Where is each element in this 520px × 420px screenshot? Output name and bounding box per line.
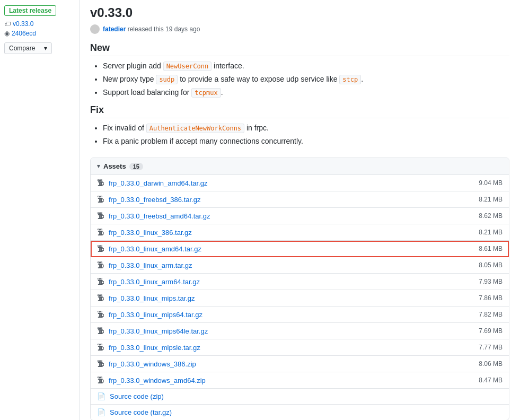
- sidebar-commit[interactable]: ◉ 2406ecd: [4, 30, 75, 37]
- file-icon: 🗜: [97, 294, 104, 302]
- asset-link[interactable]: frp_0.33.0_linux_mips.tar.gz: [109, 294, 479, 302]
- fix-section-heading: Fix: [90, 104, 509, 118]
- asset-size: 7.86 MB: [479, 294, 503, 302]
- inline-code-tcpmux: tcpmux: [191, 88, 221, 98]
- list-item: Server plugin add NewUserConn interface.: [103, 60, 509, 72]
- file-icon: 🗜: [97, 310, 104, 319]
- compare-label: Compare: [9, 45, 35, 52]
- list-item: Fix a panic problem if accept many conne…: [103, 136, 509, 147]
- sidebar-tag[interactable]: 🏷 v0.33.0: [4, 20, 75, 28]
- asset-link[interactable]: frp_0.33.0_linux_mips64le.tar.gz: [109, 327, 479, 335]
- source-code-zip-link[interactable]: Source code (zip): [110, 392, 503, 400]
- list-item: New proxy type sudp to provide a safe wa…: [103, 74, 509, 85]
- inline-code-newuserconn: NewUserConn: [163, 62, 211, 71]
- asset-row: 🗜 frp_0.33.0_linux_mips64le.tar.gz 7.69 …: [91, 323, 509, 339]
- release-meta: fatedier released this 19 days ago: [90, 24, 509, 34]
- sidebar: Latest release 🏷 v0.33.0 ◉ 2406ecd Compa…: [0, 0, 80, 420]
- new-items-list: Server plugin add NewUserConn interface.…: [90, 60, 509, 98]
- compare-button[interactable]: Compare ▾: [4, 42, 52, 54]
- asset-row: 🗜 frp_0.33.0_darwin_amd64.tar.gz 9.04 MB: [91, 175, 509, 191]
- asset-row: 🗜 frp_0.33.0_windows_amd64.zip 8.47 MB: [91, 372, 509, 389]
- asset-size: 8.62 MB: [479, 212, 503, 220]
- assets-section: ▾ Assets 15 🗜 frp_0.33.0_darwin_amd64.ta…: [90, 158, 509, 420]
- asset-size: 9.04 MB: [479, 179, 503, 187]
- asset-link[interactable]: frp_0.33.0_linux_mips64.tar.gz: [109, 311, 479, 319]
- inline-code-stcp: stcp: [339, 75, 361, 84]
- assets-chevron-icon: ▾: [97, 163, 100, 170]
- assets-heading: Assets: [103, 162, 126, 170]
- file-icon: 🗜: [97, 277, 104, 286]
- file-icon: 🗜: [97, 244, 104, 253]
- asset-link[interactable]: frp_0.33.0_linux_arm.tar.gz: [109, 261, 479, 269]
- tag-icon: 🏷: [4, 20, 11, 28]
- file-icon: 🗜: [97, 343, 104, 352]
- file-icon: 🗜: [97, 179, 104, 187]
- asset-row-highlighted: 🗜 frp_0.33.0_linux_amd64.tar.gz 8.61 MB: [91, 241, 509, 257]
- list-item: Support load balancing for tcpmux.: [103, 87, 509, 98]
- list-item: Fix invalid of AuthenticateNewWorkConns …: [103, 122, 509, 134]
- fix-items-list: Fix invalid of AuthenticateNewWorkConns …: [90, 122, 509, 147]
- chevron-down-icon: ▾: [44, 45, 47, 52]
- source-code-icon: 📄: [97, 392, 105, 400]
- avatar: [90, 24, 100, 34]
- assets-header[interactable]: ▾ Assets 15: [91, 158, 509, 175]
- file-icon: 🗜: [97, 360, 104, 368]
- source-code-targz-link[interactable]: Source code (tar.gz): [110, 408, 503, 416]
- asset-link[interactable]: frp_0.33.0_windows_amd64.zip: [109, 377, 479, 384]
- asset-size: 7.69 MB: [479, 327, 503, 335]
- asset-row: 🗜 frp_0.33.0_linux_mips.tar.gz 7.86 MB: [91, 290, 509, 307]
- source-code-zip-row: 📄 Source code (zip): [91, 389, 509, 405]
- latest-release-button[interactable]: Latest release: [4, 5, 56, 16]
- asset-link[interactable]: frp_0.33.0_windows_386.zip: [109, 360, 479, 368]
- sidebar-tag-label: v0.33.0: [13, 20, 33, 28]
- file-icon: 🗜: [97, 228, 104, 237]
- asset-size: 8.61 MB: [479, 245, 503, 252]
- asset-size: 7.82 MB: [479, 311, 503, 318]
- sidebar-commit-label: 2406ecd: [12, 30, 36, 37]
- asset-link[interactable]: frp_0.33.0_freebsd_386.tar.gz: [109, 196, 479, 204]
- new-section-heading: New: [90, 42, 509, 56]
- file-icon: 🗜: [97, 327, 104, 335]
- release-meta-text: released this 19 days ago: [128, 25, 200, 33]
- asset-link[interactable]: frp_0.33.0_freebsd_amd64.tar.gz: [109, 212, 479, 220]
- inline-code-sudp: sudp: [156, 75, 178, 84]
- file-icon: 🗜: [97, 195, 104, 204]
- asset-link[interactable]: frp_0.33.0_linux_386.tar.gz: [109, 229, 479, 237]
- asset-size: 8.06 MB: [479, 360, 503, 368]
- asset-row: 🗜 frp_0.33.0_windows_386.zip 8.06 MB: [91, 356, 509, 372]
- author-link[interactable]: fatedier: [103, 25, 126, 33]
- asset-row: 🗜 frp_0.33.0_linux_mipsle.tar.gz 7.77 MB: [91, 339, 509, 356]
- asset-size: 8.21 MB: [479, 229, 503, 236]
- file-icon: 🗜: [97, 261, 104, 269]
- asset-row: 🗜 frp_0.33.0_linux_arm.tar.gz 8.05 MB: [91, 257, 509, 274]
- asset-size: 8.47 MB: [479, 377, 503, 384]
- inline-code-authenticate: AuthenticateNewWorkConns: [146, 124, 244, 133]
- source-code-targz-row: 📄 Source code (tar.gz): [91, 405, 509, 420]
- commit-icon: ◉: [4, 30, 10, 37]
- source-code-targz-icon: 📄: [97, 408, 105, 416]
- asset-link-highlighted[interactable]: frp_0.33.0_linux_amd64.tar.gz: [109, 245, 479, 253]
- assets-count: 15: [129, 163, 143, 170]
- asset-size: 7.93 MB: [479, 278, 503, 285]
- asset-row: 🗜 frp_0.33.0_freebsd_386.tar.gz 8.21 MB: [91, 191, 509, 208]
- main-content: v0.33.0 fatedier released this 19 days a…: [80, 0, 520, 420]
- asset-row: 🗜 frp_0.33.0_linux_386.tar.gz 8.21 MB: [91, 224, 509, 241]
- file-icon: 🗜: [97, 376, 104, 384]
- asset-row: 🗜 frp_0.33.0_linux_arm64.tar.gz 7.93 MB: [91, 274, 509, 290]
- asset-link[interactable]: frp_0.33.0_darwin_amd64.tar.gz: [109, 179, 479, 187]
- release-title: v0.33.0: [90, 5, 509, 20]
- asset-size: 8.05 MB: [479, 261, 503, 269]
- file-icon: 🗜: [97, 212, 104, 220]
- asset-row: 🗜 frp_0.33.0_freebsd_amd64.tar.gz 8.62 M…: [91, 208, 509, 224]
- asset-size: 7.77 MB: [479, 344, 503, 351]
- asset-size: 8.21 MB: [479, 196, 503, 203]
- asset-row: 🗜 frp_0.33.0_linux_mips64.tar.gz 7.82 MB: [91, 307, 509, 323]
- asset-link[interactable]: frp_0.33.0_linux_mipsle.tar.gz: [109, 344, 479, 352]
- asset-link[interactable]: frp_0.33.0_linux_arm64.tar.gz: [109, 278, 479, 286]
